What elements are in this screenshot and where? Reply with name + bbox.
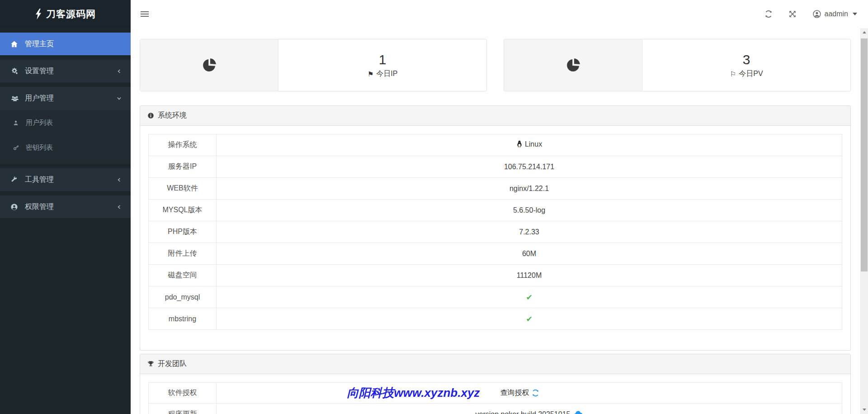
table-row: 操作系统 Linux [149,134,842,156]
chevron-left-icon [117,177,122,182]
fullscreen-icon[interactable] [788,10,797,18]
sidebar-menu: 管理主页 设置管理 用户管理 [0,28,131,218]
chevron-left-icon [117,205,122,209]
panel-title: 开发团队 [158,359,187,369]
row-value: nginx/1.22.1 [217,178,842,200]
table-row: 服务器IP 106.75.214.171 [149,156,842,178]
stat-label: ⚑ 今日IP [368,69,398,79]
stat-card-today-pv: 3 ⚐ 今日PV [504,39,851,91]
sidebar-item-tools[interactable]: 工具管理 [0,168,131,191]
panel-body: 软件授权 向阳科技www.xyznb.xyz 查询授权 [140,374,850,414]
username: aadmin [825,10,848,18]
stat-label: ⚐ 今日PV [730,69,763,79]
table-row: PHP版本 7.2.33 [149,221,842,243]
panel-header: 开发团队 [140,354,850,374]
user-icon [13,119,26,126]
stat-card-chart-area [504,39,642,91]
row-value: 11120M [217,265,842,286]
sidebar-item-label: 权限管理 [25,202,54,212]
row-label: pdo_mysql [149,286,217,308]
vertical-scrollbar[interactable] [860,28,868,414]
table-row: 磁盘空间 11120M [149,265,842,286]
table-row: mbstring ✔ [149,308,842,330]
app-logo[interactable]: 刀客源码网 [0,0,131,28]
sidebar-item-label: 密钥列表 [26,143,53,152]
row-label: 服务器IP [149,156,217,178]
row-value: 5.6.50-log [217,200,842,221]
row-value: ✔ [217,308,842,330]
pie-chart-icon [201,57,217,73]
sidebar-group-users: 用户管理 用户列表 密钥列表 [0,87,131,164]
stat-card-today-ip: 1 ⚑ 今日IP [140,39,487,91]
row-label: 附件上传 [149,243,217,265]
sidebar-item-user-list[interactable]: 用户列表 [0,110,131,135]
sidebar-item-label: 用户管理 [25,94,54,103]
refresh-icon [532,389,539,397]
row-label: 程序更新 [149,404,217,414]
scrollbar-thumb[interactable] [861,38,868,271]
sidebar-item-label: 工具管理 [25,175,54,185]
hamburger-icon[interactable] [141,10,149,18]
stat-card-chart-area [140,39,278,91]
sidebar-item-home[interactable]: 管理主页 [0,33,131,55]
sidebar-item-key-list[interactable]: 密钥列表 [0,135,131,160]
sidebar-item-users[interactable]: 用户管理 [0,87,131,109]
chevron-left-icon [117,69,122,74]
navbar-right-group: aadmin [764,10,868,19]
stat-card-value-area: 3 ⚐ 今日PV [642,39,850,91]
stat-card-value-area: 1 ⚑ 今日IP [278,39,486,91]
row-label: 磁盘空间 [149,265,217,286]
row-label: mbstring [149,308,217,330]
stat-value: 3 [743,52,750,68]
row-label: WEB软件 [149,178,217,200]
top-navbar: aadmin [131,0,868,28]
panel-body: 操作系统 Linux 服务器IP 106.75.214.1 [140,126,850,350]
scroll-down-button[interactable] [860,406,868,414]
app-logo-text: 刀客源码网 [46,8,96,20]
sidebar-item-label: 用户列表 [26,119,53,127]
row-label: PHP版本 [149,221,217,243]
gears-icon [10,67,25,75]
home-icon [10,40,25,48]
refresh-icon[interactable] [764,10,773,18]
flag-checkered-icon: ⚑ [368,70,373,78]
sidebar-item-settings[interactable]: 设置管理 [0,60,131,82]
team-table: 软件授权 向阳科技www.xyznb.xyz 查询授权 [148,382,842,414]
wrench-icon [10,176,25,183]
check-icon: ✔ [526,293,532,302]
sidebar-item-label: 管理主页 [25,39,54,49]
row-label: MYSQL版本 [149,200,217,221]
table-row: 程序更新 version poker build 20251015 [149,404,842,414]
auth-link[interactable]: 向阳科技www.xyznb.xyz [347,385,480,401]
check-auth-button[interactable]: 查询授权 [500,388,539,398]
users-icon [10,95,25,102]
caret-down-icon [853,13,857,15]
trophy-icon [147,361,154,367]
flag-outline-icon: ⚐ [730,70,736,78]
triangle-down-icon [863,409,866,411]
sidebar-item-label: 设置管理 [25,67,54,76]
row-value: version poker build 20251015 [217,404,842,414]
linux-penguin-icon [516,140,523,148]
scroll-up-button[interactable] [860,29,868,36]
update-cloud-icon[interactable] [574,410,583,414]
row-value: 向阳科技www.xyznb.xyz 查询授权 [217,383,842,404]
user-dropdown[interactable]: aadmin [812,10,857,19]
main-content: 1 ⚑ 今日IP 3 ⚐ 今日PV [131,28,860,414]
row-value: ✔ [217,286,842,308]
key-icon [13,144,26,151]
row-value: 60M [217,243,842,265]
row-value: Linux [217,134,842,156]
panel-title: 系统环境 [158,111,187,120]
table-row: pdo_mysql ✔ [149,286,842,308]
sidebar-submenu-users: 用户列表 密钥列表 [0,109,131,164]
table-row: MYSQL版本 5.6.50-log [149,200,842,221]
dev-team-panel: 开发团队 软件授权 向阳科技www.xyznb.xyz 查询授权 [140,354,851,414]
info-circle-icon [147,112,154,119]
triangle-up-icon [863,31,866,33]
sidebar-item-permissions[interactable]: 权限管理 [0,195,131,218]
row-label: 操作系统 [149,134,217,156]
user-circle-icon [812,10,821,19]
table-row: WEB软件 nginx/1.22.1 [149,178,842,200]
system-info-table: 操作系统 Linux 服务器IP 106.75.214.1 [148,134,842,330]
